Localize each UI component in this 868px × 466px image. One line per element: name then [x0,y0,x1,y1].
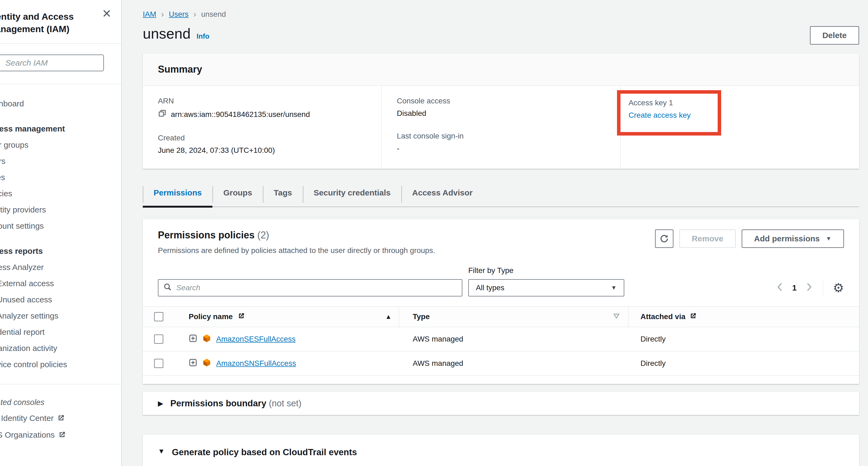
tab[interactable]: Tags [263,184,303,207]
breadcrumb-separator-icon: › [193,9,196,19]
sidebar-nav-item[interactable]: Users [0,153,121,169]
arn-value: arn:aws:iam::905418462135:user/unsend [171,110,310,119]
summary-card: Summary ARN arn:aws:iam::905418462135:us… [143,53,859,169]
managed-policy-icon [202,358,211,369]
sidebar-header: Identity and Access Management (IAM) ✕ [0,0,121,44]
close-icon[interactable]: ✕ [102,8,112,20]
create-access-key-link[interactable]: Create access key [629,111,710,120]
breadcrumb-iam-link[interactable]: IAM [143,10,156,19]
tab[interactable]: Permissions [143,184,212,207]
expander-expanded-icon[interactable]: ▼ [158,447,165,456]
created-value: June 28, 2024, 07:33 (UTC+10:00) [158,146,366,155]
arn-label: ARN [158,97,366,105]
tab[interactable]: Groups [212,184,263,207]
tab[interactable]: Access Advisor [401,184,484,207]
annotation-highlight: Access key 1 Create access key [617,90,721,135]
policy-attached-via: Directly [641,335,665,343]
sidebar-nav-item[interactable]: User groups [0,137,121,153]
related-consoles-section: Related consoles IAM Identity Center AWS… [0,384,121,443]
related-consoles-list: IAM Identity Center AWS Organizations [0,410,121,443]
sidebar-nav-item[interactable]: Credential report [0,324,121,340]
permissions-boundary-heading: Permissions boundary (not set) [170,398,302,408]
sidebar-nav-item[interactable]: Analyzer settings [0,308,121,324]
search-iam-input[interactable] [0,55,104,71]
next-page-icon[interactable] [805,282,813,293]
related-console-link[interactable]: IAM Identity Center [0,410,121,427]
summary-card-header: Summary [143,54,859,86]
summary-col-access-key: Access key 1 Create access key [620,86,859,169]
iam-sidebar: Identity and Access Management (IAM) ✕ D… [0,0,122,466]
gear-icon[interactable]: ⚙ [833,282,844,294]
column-type[interactable]: Type [399,307,629,327]
sidebar-search-wrap [0,44,121,84]
permissions-boundary-card[interactable]: ▶ Permissions boundary (not set) [143,392,859,415]
breadcrumb: IAM › Users › unsend [143,9,859,19]
summary-grid: ARN arn:aws:iam::905418462135:user/unsen… [143,86,859,169]
breadcrumb-separator-icon: › [161,9,164,19]
page-number[interactable]: 1 [792,283,797,292]
column-policy-name[interactable]: Policy name ▲ [183,307,399,327]
copy-icon[interactable] [158,109,166,120]
add-permissions-button[interactable]: Add permissions ▼ [742,229,844,248]
external-link-icon [238,312,245,321]
info-link[interactable]: Info [196,32,210,40]
expand-row-icon[interactable] [189,358,197,369]
created-label: Created [158,134,366,142]
sidebar-nav-item[interactable]: Access management [0,121,121,137]
table-row: AmazonSNSFullAccess AWS managed Directly [143,351,859,376]
select-all-checkbox[interactable] [154,312,163,321]
policy-name-link[interactable]: AmazonSNSFullAccess [216,359,296,368]
row-checkbox[interactable] [154,335,163,344]
generate-policy-card[interactable]: ▼ Generate policy based on CloudTrail ev… [143,434,859,466]
external-link-icon [57,411,65,428]
sidebar-nav-item[interactable]: Organization activity [0,340,121,356]
remove-button[interactable]: Remove [679,229,736,248]
sidebar-nav-item[interactable]: Unused access [0,291,121,308]
last-signin-label: Last console sign-in [397,132,605,141]
refresh-button[interactable] [655,229,673,248]
breadcrumb-users-link[interactable]: Users [169,10,188,19]
policy-name-link[interactable]: AmazonSESFullAccess [216,335,296,343]
sort-descending-icon[interactable] [613,312,620,321]
summary-col-arn: ARN arn:aws:iam::905418462135:user/unsen… [143,86,381,169]
sidebar-nav-item[interactable]: Service control policies [0,356,121,373]
arn-field: ARN arn:aws:iam::905418462135:user/unsen… [158,97,366,120]
type-filter-label: Filter by Type [468,266,624,275]
last-signin-value: - [397,144,605,153]
type-filter-value: All types [476,283,504,292]
expand-row-icon[interactable] [189,334,197,344]
created-field: Created June 28, 2024, 07:33 (UTC+10:00) [158,134,366,155]
policies-search-input[interactable] [176,283,457,292]
policies-heading: Permissions policies (2) [158,229,435,241]
sort-ascending-icon[interactable]: ▲ [385,313,392,320]
sidebar-nav-item[interactable]: External access [0,275,121,291]
delete-button[interactable]: Delete [810,26,859,44]
sidebar-nav-item[interactable]: Access reports [0,243,121,259]
related-console-link[interactable]: AWS Organizations [0,427,121,443]
sidebar-nav-item[interactable]: Dashboard [0,96,121,112]
policies-actions: Remove Add permissions ▼ [655,229,844,248]
policies-table: Policy name ▲ Type Attached via [143,306,859,376]
column-attached-via[interactable]: Attached via [629,307,859,327]
last-signin-field: Last console sign-in - [397,132,605,153]
sidebar-nav-item[interactable]: Policies [0,185,121,202]
sidebar-nav-item[interactable]: Account settings [0,218,121,234]
user-detail-tabs: Permissions Groups Tags Security credent… [143,184,859,207]
chevron-down-icon: ▼ [611,284,617,291]
previous-page-icon[interactable] [776,282,784,293]
sidebar-nav-item[interactable]: Roles [0,169,121,185]
policies-count: (2) [257,229,269,241]
main-content: IAM › Users › unsend unsend Info Delete … [122,0,868,466]
related-consoles-label: Related consoles [0,395,121,410]
tab[interactable]: Security credentials [303,184,401,207]
type-filter-select[interactable]: All types ▼ [468,279,624,297]
sidebar-nav-item[interactable]: Access Analyzer [0,259,121,275]
expander-collapsed-icon[interactable]: ▶ [158,399,163,408]
managed-policy-icon [202,334,211,345]
permissions-boundary-status: (not set) [269,398,302,408]
sidebar-nav-item[interactable]: Identity providers [0,202,121,218]
row-checkbox[interactable] [154,359,163,368]
policies-table-header: Policy name ▲ Type Attached via [143,306,859,327]
policies-header: Permissions policies (2) Permissions are… [143,219,859,255]
page-title: unsend [143,26,191,41]
